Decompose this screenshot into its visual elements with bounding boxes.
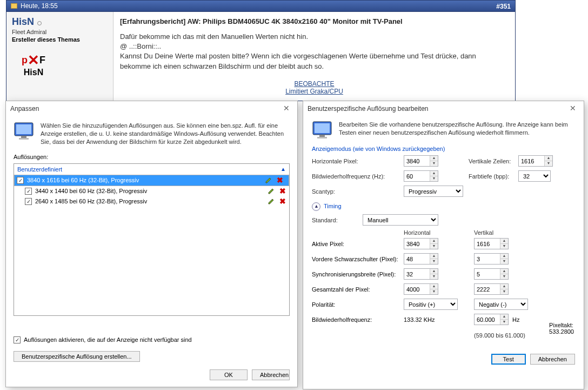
online-status-icon (37, 21, 42, 25)
spinner-icon[interactable]: ▲▼ (430, 284, 438, 294)
spinner-icon[interactable]: ▲▼ (430, 156, 438, 166)
edit-icon[interactable] (268, 197, 275, 205)
close-icon[interactable]: ✕ (280, 103, 293, 114)
spinner-icon[interactable]: ▲▼ (500, 284, 508, 294)
pixelclock-value: 533.2800 (549, 328, 574, 335)
timing-header-label: Timing (324, 203, 342, 209)
refresh-label: Bildwiederholfrequenz (Hz): (312, 173, 404, 180)
edit-icon[interactable] (265, 176, 272, 184)
user-rank: Fleet Admiral (12, 29, 108, 35)
post-title: [Erfahrungsbericht] AW: Philips BDM4065U… (120, 17, 509, 25)
vlines-label: Vertikale Zeilen: (469, 158, 518, 164)
ok-button[interactable]: OK (210, 369, 248, 380)
enable-unavailable-checkbox[interactable]: ✓ (14, 336, 21, 343)
post-text-line: Kannst Du Deine Werte mal posten bitte? … (120, 51, 509, 71)
display-mode-header: Anzeigemodus (wie von Windows zurückgege… (312, 146, 575, 152)
svg-rect-1 (16, 124, 31, 134)
scantype-label: Scantyp: (312, 188, 404, 195)
spinner-icon[interactable]: ▲▼ (430, 254, 438, 264)
hz-label: Hz (512, 316, 519, 323)
spinner-icon[interactable]: ▲▼ (544, 156, 552, 166)
collapse-arrow-icon[interactable]: ▲ (280, 166, 286, 172)
pixelclock-label: Pixeltakt: (549, 322, 574, 328)
monitor-icon (312, 121, 333, 140)
depth-label: Farbtiefe (bpp): (469, 173, 518, 180)
spinner-icon[interactable]: ▲▼ (500, 269, 508, 279)
intro-text: Wählen Sie die hinzuzufügenden Auflösung… (41, 122, 290, 146)
refresh-range: (59.000 bis 61.000) (474, 332, 544, 339)
monitor-icon (14, 122, 35, 141)
post-text-line: Dafür bekomme ich das mit den Manuellen … (120, 32, 509, 42)
spinner-icon[interactable]: ▲▼ (430, 239, 438, 249)
list-label: Auflösungen: (14, 154, 290, 160)
svg-rect-2 (21, 136, 26, 138)
edit-resolution-dialog: Benutzerspezifische Auflösung bearbeiten… (303, 101, 584, 389)
cancel-button[interactable]: Abbrechen (530, 354, 575, 365)
spinner-icon[interactable]: ▲▼ (430, 171, 438, 181)
post-timestamp: Heute, 18:55 (21, 0, 58, 12)
enable-unavailable-label: Auflösungen aktivieren, die auf der Anze… (24, 336, 192, 343)
resolution-listbox[interactable]: Benutzerdefiniert ▲ ✓ 3840 x 1616 bei 60… (14, 163, 290, 316)
tree-group-header[interactable]: Benutzerdefiniert ▲ (14, 164, 289, 175)
delete-icon[interactable]: ✖ (278, 197, 287, 206)
dialog-title-text: Benutzerspezifische Auflösung bearbeiten (308, 105, 428, 113)
scantype-select[interactable]: Progressiv (404, 186, 463, 197)
active-pixel-label: Aktive Pixel: (312, 241, 404, 247)
cancel-button[interactable]: Abbrechen (252, 369, 290, 380)
hpixel-label: Horizontale Pixel: (312, 158, 404, 164)
test-button[interactable]: Test (491, 354, 526, 365)
refresh-h-value: 133.32 KHz (404, 316, 474, 323)
delete-icon[interactable]: ✖ (276, 176, 284, 184)
timing-header[interactable]: ▲Timing (312, 202, 575, 211)
resolution-row[interactable]: ✓ 3840 x 1616 bei 60 Hz (32-Bit), Progre… (14, 175, 289, 186)
post-header-bar: Heute, 18:55 #351 (6, 0, 516, 12)
dialog-titlebar[interactable]: Benutzerspezifische Auflösung bearbeiten… (303, 101, 584, 116)
close-icon[interactable]: ✕ (566, 103, 579, 114)
standard-select[interactable]: Manuell (363, 214, 438, 226)
thread-starter-label: Ersteller dieses Themas (12, 36, 108, 43)
spinner-icon[interactable]: ▲▼ (500, 239, 508, 249)
user-column: HisN Fleet Admiral Ersteller dieses Them… (6, 12, 113, 101)
checkbox[interactable]: ✓ (25, 188, 32, 195)
horizontal-header: Horizontal (404, 229, 474, 236)
forum-post: Heute, 18:55 #351 HisN Fleet Admiral Ers… (6, 0, 516, 101)
checkbox[interactable]: ✓ (25, 198, 32, 205)
checkbox[interactable]: ✓ (17, 177, 24, 184)
intro-text: Bearbeiten Sie die vorhandene benutzersp… (339, 121, 575, 140)
avatar[interactable]: p✕F HisN (12, 48, 55, 81)
resolution-label: 2640 x 1485 bei 60 Hz (32-Bit), Progress… (35, 198, 264, 204)
message-column: [Erfahrungsbericht] AW: Philips BDM4065U… (113, 12, 515, 101)
post-text-line: @ ..::Borni::.. (120, 42, 509, 51)
svg-rect-5 (315, 123, 330, 133)
customize-dialog: Anpassen ✕ Wählen Sie die hinzuzufügende… (5, 101, 298, 387)
signature-link[interactable]: Limitiert Graka/CPU (120, 88, 509, 95)
spinner-icon[interactable]: ▲▼ (430, 269, 438, 279)
polarity-v-select[interactable]: Negativ (-) (474, 299, 528, 310)
spinner-icon[interactable]: ▲▼ (500, 314, 508, 325)
depth-select[interactable]: 32 (518, 170, 551, 182)
edit-icon[interactable] (268, 187, 275, 195)
username-link[interactable]: HisN (12, 16, 34, 27)
post-number-link[interactable]: #351 (496, 1, 511, 11)
signature-link[interactable]: BEOBACHTE (120, 80, 509, 88)
polarity-label: Polarität: (312, 301, 404, 308)
svg-rect-6 (319, 135, 325, 137)
delete-icon[interactable]: ✖ (278, 187, 287, 195)
resolution-label: 3840 x 1616 bei 60 Hz (32-Bit), Progress… (27, 177, 262, 183)
polarity-h-select[interactable]: Positiv (+) (404, 299, 458, 310)
refresh2-label: Bildwiederholfrequenz: (312, 316, 404, 323)
spinner-icon[interactable]: ▲▼ (500, 254, 508, 264)
pixel-clock-box: Pixeltakt: 533.2800 (549, 322, 574, 335)
total-pixel-label: Gesamtzahl der Pixel: (312, 286, 404, 293)
dialog-titlebar[interactable]: Anpassen ✕ (6, 101, 297, 116)
vertical-header: Vertikal (474, 229, 544, 236)
front-porch-label: Vordere Schwarzschulter (Pixel): (312, 256, 404, 262)
svg-rect-3 (19, 138, 29, 140)
resolution-label: 3440 x 1440 bei 60 Hz (32-Bit), Progress… (35, 188, 264, 194)
dialog-title-text: Anpassen (10, 105, 39, 113)
resolution-row[interactable]: ✓ 3440 x 1440 bei 60 Hz (32-Bit), Progre… (14, 186, 289, 196)
folder-icon (11, 3, 17, 9)
svg-rect-7 (317, 137, 327, 138)
create-custom-button[interactable]: Benutzerspezifische Auflösung erstellen.… (14, 351, 140, 362)
resolution-row[interactable]: ✓ 2640 x 1485 bei 60 Hz (32-Bit), Progre… (14, 196, 289, 207)
